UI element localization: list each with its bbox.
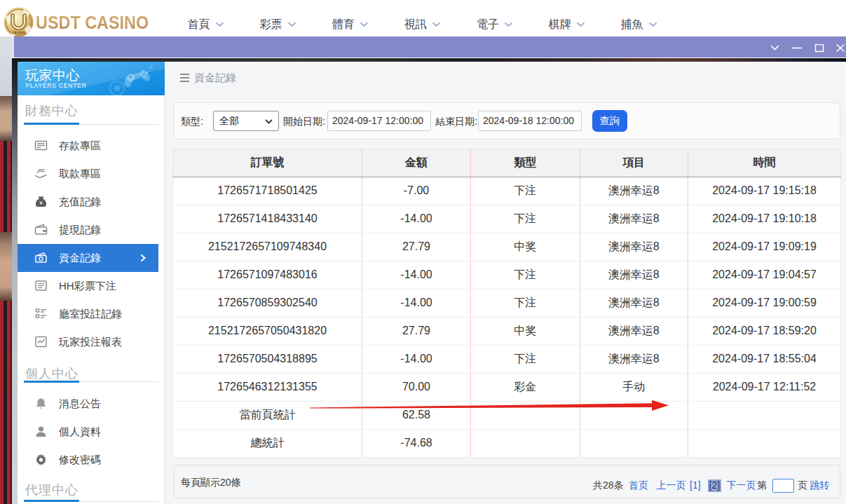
svg-text:CASINO: CASINO	[12, 31, 26, 34]
svg-text:¥: ¥	[39, 200, 43, 206]
